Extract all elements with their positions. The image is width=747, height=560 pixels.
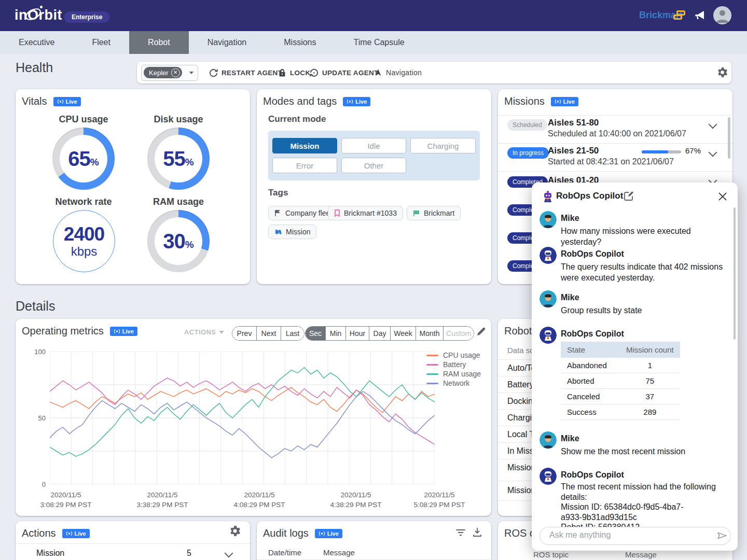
x-label: 2020/11/53:38:29 PM PST <box>136 490 188 510</box>
broadcast-icon <box>66 531 73 536</box>
banner-icon <box>334 209 340 217</box>
modes-title: Modes and tags <box>263 95 337 107</box>
robot-chip: Kepler ✕ <box>144 67 182 78</box>
live-badge: Live <box>53 97 81 106</box>
copilot-title: RobOps Copilot <box>556 191 623 201</box>
status-badge: In progress <box>507 147 549 159</box>
copilot-scrollbar[interactable] <box>734 207 736 340</box>
actions-settings-icon[interactable] <box>229 525 241 539</box>
broadcast-icon <box>319 531 325 536</box>
tab-missions[interactable]: Missions <box>265 31 335 54</box>
broadcast-icon <box>347 99 353 104</box>
user-avatar <box>540 290 557 307</box>
audit-logs-card: Audit logs Live Date/time Message <box>257 521 491 560</box>
tag-mission[interactable]: Mission <box>268 225 316 239</box>
inorbit-logo[interactable]: inOrbit <box>15 7 62 23</box>
current-mode-label: Current mode <box>268 114 326 124</box>
live-badge: Live <box>62 529 90 538</box>
announcements-icon[interactable] <box>693 9 707 24</box>
mission-progress-bar <box>642 150 681 153</box>
download-icon[interactable] <box>472 527 482 539</box>
live-badge: Live <box>551 97 578 106</box>
range-min[interactable]: Min <box>326 327 346 340</box>
robot-select[interactable]: Kepler ✕ <box>141 65 198 81</box>
restart-agent-button[interactable]: RESTART AGENT <box>206 62 285 83</box>
update-agent-button[interactable]: UPDATE AGENT <box>307 62 382 83</box>
chevron-down-icon <box>219 331 224 334</box>
range-custom[interactable]: Custom <box>444 327 474 340</box>
navigation-arrow-icon <box>374 68 382 77</box>
edit-chart-icon[interactable] <box>476 327 486 339</box>
filter-icon[interactable] <box>455 528 466 539</box>
tab-robot[interactable]: Robot <box>129 31 189 54</box>
inorbit-dashboard: inOrbit Enterprise Brickmart Executive F… <box>0 0 747 560</box>
lock-icon <box>278 68 286 77</box>
copilot-robot-icon <box>542 190 554 205</box>
chart-nav-group: Prev Next Last <box>232 326 305 341</box>
tag-brickmart-1033[interactable]: Brickmart #1033 <box>328 206 403 220</box>
mode-mission[interactable]: Mission <box>272 138 337 153</box>
next-button[interactable]: Next <box>257 327 281 340</box>
gauge-label-disk: Disk usage <box>137 114 220 125</box>
broadcast-icon <box>57 99 64 104</box>
gauge-label-network: Network rate <box>42 197 125 207</box>
audit-title: Audit logs <box>263 527 309 539</box>
ros-col-topic: ROS topic <box>533 550 569 559</box>
copilot-avatar <box>540 468 557 485</box>
copilot-input[interactable] <box>548 530 706 540</box>
toolbar-settings-icon[interactable] <box>717 67 728 80</box>
actions-card: Actions Live Mission 5 <box>16 521 250 560</box>
mode-charging[interactable]: Charging <box>410 138 476 153</box>
tag-brickmart[interactable]: Brickmart <box>407 206 461 220</box>
mission-tag-icon <box>274 229 282 235</box>
user-avatar <box>540 211 557 228</box>
x-label: 2020/11/54:08:29 PM PST <box>233 490 285 510</box>
tab-executive[interactable]: Executive <box>0 31 73 54</box>
audit-col-datetime: Date/time <box>268 548 301 557</box>
range-day[interactable]: Day <box>369 327 391 340</box>
mode-error[interactable]: Error <box>272 158 337 173</box>
range-week[interactable]: Week <box>391 327 416 340</box>
y-tick-0: 0 <box>27 481 46 488</box>
user-avatar[interactable] <box>713 6 731 24</box>
tab-fleet[interactable]: Fleet <box>73 31 129 54</box>
range-sec[interactable]: Sec <box>306 327 326 340</box>
missions-title: Missions <box>504 95 545 107</box>
remove-robot-icon[interactable]: ✕ <box>171 68 180 77</box>
robot-toolbar: Kepler ✕ RESTART AGENT LOCK UPDATE AGENT… <box>137 62 731 83</box>
enterprise-badge: Enterprise <box>64 11 109 23</box>
operating-metrics-card: Operating metrics Live ACTIONS Prev Next… <box>16 319 491 516</box>
range-month[interactable]: Month <box>416 327 444 340</box>
expand-chevron-icon[interactable] <box>709 148 717 157</box>
y-tick-50: 50 <box>27 414 46 422</box>
navigation-button[interactable]: Navigation <box>371 62 425 83</box>
details-title: Details <box>16 299 55 314</box>
mode-other[interactable]: Other <box>341 158 406 173</box>
expand-chevron-icon[interactable] <box>709 120 717 129</box>
broadcast-icon <box>555 99 561 104</box>
tab-navigation[interactable]: Navigation <box>189 31 266 54</box>
table-row: Success289 <box>561 404 680 420</box>
tab-time-capsule[interactable]: Time Capsule <box>335 31 423 54</box>
tags-label: Tags <box>268 188 288 198</box>
chevron-down-icon <box>189 72 193 74</box>
prev-button[interactable]: Prev <box>232 327 257 340</box>
send-icon[interactable] <box>716 530 728 543</box>
missions-scrollbar[interactable] <box>728 117 730 159</box>
vitals-title: Vitals <box>22 95 47 107</box>
actions-dropdown[interactable]: ACTIONS <box>184 328 224 336</box>
close-icon[interactable] <box>717 191 728 204</box>
metrics-title: Operating metrics <box>22 325 104 337</box>
live-badge: Live <box>343 97 370 106</box>
modes-tags-card: Modes and tags Live Current mode Mission… <box>257 89 491 284</box>
metrics-chart <box>50 352 435 484</box>
copilot-avatar <box>540 247 557 264</box>
legend-battery: Battery <box>426 360 466 369</box>
y-tick-100: 100 <box>27 348 46 356</box>
range-hour[interactable]: Hour <box>346 327 369 340</box>
last-button[interactable]: Last <box>281 327 304 340</box>
mode-idle[interactable]: Idle <box>341 138 406 153</box>
new-conversation-icon[interactable] <box>624 191 634 203</box>
user-avatar <box>540 431 557 449</box>
expand-chevron-icon[interactable] <box>225 549 233 558</box>
